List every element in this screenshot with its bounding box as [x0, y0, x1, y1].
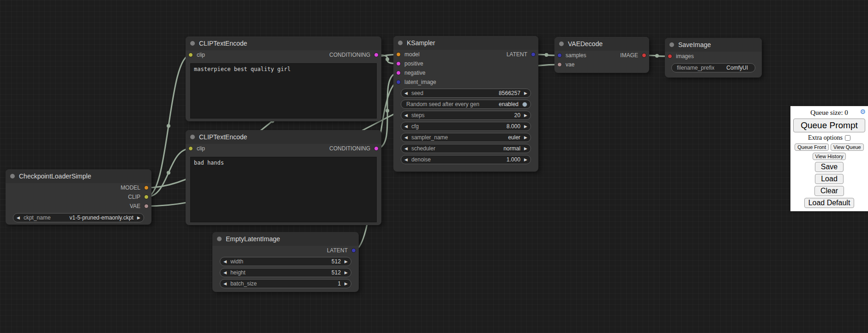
clear-button[interactable]: Clear — [814, 186, 844, 196]
decrement-arrow-icon[interactable]: ◀ — [223, 260, 227, 264]
node-save-image[interactable]: SaveImage images filename_prefix ComfyUI — [665, 38, 762, 77]
port-conditioning-output[interactable] — [374, 146, 379, 151]
widget-value: 8.000 — [506, 123, 520, 130]
widget-denoise[interactable]: ◀ denoise 1.000 ▶ — [401, 155, 531, 164]
node-vae-decode[interactable]: VAEDecode samples IMAGE vae — [555, 37, 649, 73]
decrement-arrow-icon[interactable]: ◀ — [404, 147, 408, 151]
widget-width[interactable]: ◀ width 512 ▶ — [220, 257, 351, 266]
port-latent-image-input[interactable] — [396, 80, 401, 84]
port-vae-input[interactable] — [557, 62, 562, 67]
collapse-dot-icon[interactable] — [217, 237, 222, 241]
increment-arrow-icon[interactable]: ▶ — [524, 158, 527, 162]
port-model-output[interactable] — [144, 185, 149, 190]
node-title-bar[interactable]: KSampler — [393, 36, 538, 50]
port-vae-output[interactable] — [144, 204, 149, 208]
widget-seed[interactable]: ◀ seed 8566257 ▶ — [401, 89, 531, 98]
port-latent-output[interactable] — [531, 52, 536, 57]
port-conditioning-output[interactable] — [374, 53, 379, 57]
node-title-bar[interactable]: CLIPTextEncode — [186, 36, 381, 50]
increment-arrow-icon[interactable]: ▶ — [344, 260, 348, 264]
port-clip-input[interactable] — [188, 53, 193, 57]
widget-scheduler[interactable]: ◀ scheduler normal ▶ — [401, 144, 531, 153]
port-clip-output[interactable] — [144, 195, 149, 199]
widget-name: steps — [411, 112, 425, 119]
node-title: CLIPTextEncode — [199, 40, 247, 47]
decrement-arrow-icon[interactable]: ◀ — [223, 282, 227, 286]
increment-arrow-icon[interactable]: ▶ — [344, 282, 348, 286]
widget-ckpt-name[interactable]: ◀ ckpt_name v1-5-pruned-emaonly.ckpt ▶ — [13, 213, 144, 222]
negative-prompt-text[interactable]: bad hands — [190, 157, 377, 222]
increment-arrow-icon[interactable]: ▶ — [524, 136, 527, 140]
node-empty-latent-image[interactable]: EmptyLatentImage LATENT ◀ width 512 ▶ ◀ … — [212, 232, 359, 292]
increment-arrow-icon[interactable]: ▶ — [137, 216, 140, 220]
collapse-dot-icon[interactable] — [190, 135, 195, 139]
port-images-input[interactable] — [668, 54, 672, 59]
extra-options-checkbox[interactable] — [845, 135, 850, 141]
widget-sampler-name[interactable]: ◀ sampler_name euler ▶ — [401, 133, 531, 142]
settings-gear-icon[interactable]: ⚙ — [860, 108, 866, 116]
node-title-bar[interactable]: CheckpointLoaderSimple — [6, 169, 151, 183]
widget-batch-size[interactable]: ◀ batch_size 1 ▶ — [220, 279, 351, 288]
increment-arrow-icon[interactable]: ▶ — [524, 147, 527, 151]
view-queue-button[interactable]: View Queue — [831, 143, 864, 151]
decrement-arrow-icon[interactable]: ◀ — [404, 136, 408, 140]
collapse-dot-icon[interactable] — [398, 41, 403, 45]
widget-name: width — [230, 258, 243, 265]
port-model-input[interactable] — [396, 52, 401, 57]
node-clip-text-encode-negative[interactable]: CLIPTextEncode clip CONDITIONING bad han… — [186, 130, 381, 225]
slot-label: vae — [566, 61, 574, 68]
collapse-dot-icon[interactable] — [10, 174, 15, 178]
save-button[interactable]: Save — [815, 162, 844, 172]
increment-arrow-icon[interactable]: ▶ — [524, 125, 527, 129]
widget-height[interactable]: ◀ height 512 ▶ — [220, 268, 351, 277]
node-clip-text-encode-positive[interactable]: CLIPTextEncode clip CONDITIONING masterp… — [186, 36, 381, 121]
slot-label: LATENT — [506, 51, 527, 58]
view-history-button[interactable]: View History — [813, 153, 846, 160]
decrement-arrow-icon[interactable]: ◀ — [17, 216, 20, 220]
widget-value: v1-5-pruned-emaonly.ckpt — [70, 214, 134, 221]
slot-label: LATENT — [327, 247, 348, 254]
widget-filename-prefix[interactable]: filename_prefix ComfyUI — [671, 63, 755, 72]
widget-steps[interactable]: ◀ steps 20 ▶ — [401, 111, 531, 120]
node-title-bar[interactable]: EmptyLatentImage — [212, 232, 359, 246]
widget-name: Random seed after every gen — [406, 101, 479, 107]
port-image-output[interactable] — [642, 53, 646, 58]
increment-arrow-icon[interactable]: ▶ — [524, 113, 527, 118]
port-samples-input[interactable] — [557, 53, 562, 58]
port-latent-output[interactable] — [351, 248, 356, 253]
load-button[interactable]: Load — [815, 174, 844, 184]
node-title: KSampler — [407, 39, 435, 47]
node-checkpoint-loader[interactable]: CheckpointLoaderSimple MODEL CLIP VAE ◀ … — [6, 169, 151, 225]
queue-front-button[interactable]: Queue Front — [795, 143, 829, 151]
decrement-arrow-icon[interactable]: ◀ — [404, 113, 408, 118]
node-title-bar[interactable]: SaveImage — [665, 38, 762, 52]
widget-value: 8566257 — [499, 90, 520, 96]
workflow-canvas[interactable]: CheckpointLoaderSimple MODEL CLIP VAE ◀ … — [0, 0, 868, 333]
node-title: EmptyLatentImage — [226, 235, 280, 243]
port-positive-input[interactable] — [396, 61, 401, 66]
decrement-arrow-icon[interactable]: ◀ — [404, 91, 408, 95]
queue-prompt-button[interactable]: Queue Prompt — [793, 119, 865, 132]
port-clip-input[interactable] — [188, 146, 193, 151]
decrement-arrow-icon[interactable]: ◀ — [223, 271, 227, 275]
collapse-dot-icon[interactable] — [669, 42, 674, 47]
positive-prompt-text[interactable]: masterpiece best quality girl — [190, 63, 377, 119]
widget-name: seed — [411, 90, 423, 96]
decrement-arrow-icon[interactable]: ◀ — [404, 125, 408, 129]
node-ksampler[interactable]: KSampler model LATENT positive negative … — [393, 36, 538, 172]
decrement-arrow-icon[interactable]: ◀ — [404, 158, 408, 162]
collapse-dot-icon[interactable] — [559, 42, 564, 46]
slot-label: samples — [566, 52, 586, 59]
collapse-dot-icon[interactable] — [190, 41, 195, 46]
increment-arrow-icon[interactable]: ▶ — [344, 271, 348, 275]
port-negative-input[interactable] — [396, 71, 401, 75]
node-title-bar[interactable]: CLIPTextEncode — [186, 130, 381, 144]
load-default-button[interactable]: Load Default — [804, 198, 855, 208]
node-title-bar[interactable]: VAEDecode — [555, 37, 649, 51]
widget-cfg[interactable]: ◀ cfg 8.000 ▶ — [401, 122, 531, 131]
widget-random-seed-toggle[interactable]: Random seed after every gen enabled — [401, 100, 531, 109]
increment-arrow-icon[interactable]: ▶ — [524, 91, 527, 95]
widget-name: cfg — [411, 123, 419, 130]
toggle-knob-icon[interactable] — [522, 102, 527, 107]
widget-name: batch_size — [230, 280, 257, 287]
